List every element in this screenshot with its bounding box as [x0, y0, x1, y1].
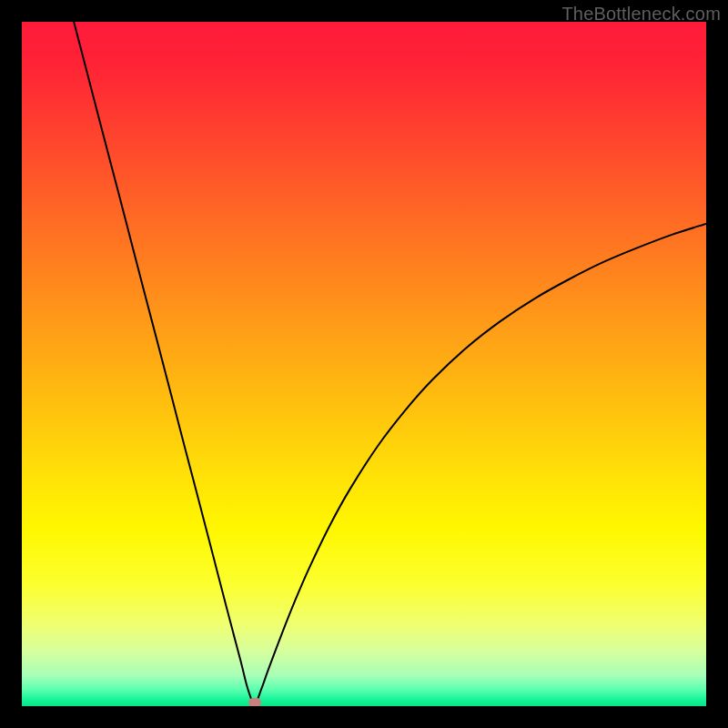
plot-area — [22, 22, 706, 706]
outer-frame: TheBottleneck.com — [0, 0, 728, 728]
gradient-background — [22, 22, 706, 706]
watermark-text: TheBottleneck.com — [561, 4, 721, 25]
optimum-marker — [248, 698, 261, 706]
svg-rect-0 — [22, 22, 706, 706]
